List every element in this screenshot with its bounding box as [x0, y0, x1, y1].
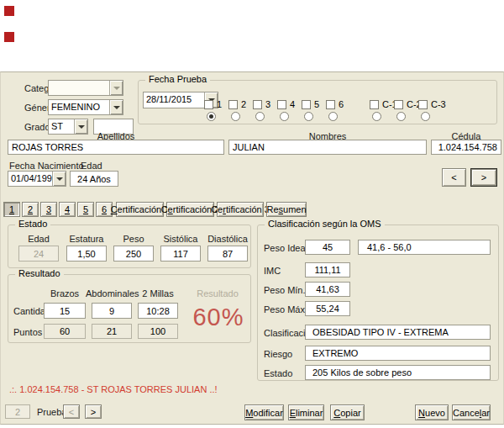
tab-5[interactable]: 5 [77, 202, 94, 217]
checkbox-1[interactable] [204, 100, 213, 109]
radio-c3[interactable] [421, 112, 430, 121]
fecha-nacimiento-label: Fecha Nacimiento [9, 161, 84, 171]
imc-label: IMC [264, 266, 281, 276]
peso-min-label: Peso Mín. [264, 285, 306, 295]
fecha-prueba-date-value: 28/11/2015 [144, 92, 204, 108]
apellidos-input[interactable]: ROJAS TORRES [8, 140, 224, 155]
edad-col-label: Edad [18, 234, 59, 244]
record-next-button[interactable]: > [470, 168, 497, 187]
resultado-col-label: Resultado [186, 288, 249, 299]
test-check-cell-6: 6 [326, 98, 360, 122]
cantidad-brazos-input[interactable]: 15 [44, 303, 86, 319]
radio-1[interactable] [207, 112, 216, 121]
sistolica-col-label: Sistólica [160, 234, 201, 244]
test-check-cell-c3: C-3 [418, 98, 452, 122]
genero-value: FEMENINO [49, 100, 109, 114]
puntos-millas-value: 100 [138, 324, 178, 339]
estado-oms-label: Estado [264, 368, 292, 378]
prueba-prev-button: < [63, 404, 80, 419]
eliminar-button[interactable]: Eliminar [288, 404, 324, 420]
edad-estado-input: 24 [18, 246, 59, 262]
checkbox-6[interactable] [326, 100, 335, 109]
checkbox-c1[interactable] [370, 100, 379, 109]
fecha-prueba-group-title: Fecha Prueba [145, 74, 210, 84]
peso-ideal-range-input[interactable]: 41,6 - 56,0 [358, 240, 491, 255]
radio-6[interactable] [328, 112, 338, 121]
chevron-down-icon [78, 125, 85, 129]
peso-col-label: Peso [113, 234, 154, 244]
cedula-input[interactable]: 1.024.154.758 [431, 140, 501, 155]
checkbox-5[interactable] [302, 100, 311, 109]
checkbox-3[interactable] [253, 100, 262, 109]
estado-oms-input[interactable]: 205 Kilos de sobre peso [305, 365, 491, 380]
fecha-nacimiento-value: 01/04/1991 [8, 172, 52, 186]
peso-ideal-label: Peso Ideal [264, 243, 307, 253]
resultado-group-title: Resultado [15, 268, 64, 278]
modificar-button[interactable]: Modificar [244, 404, 284, 420]
cancelar-button[interactable]: Cancelar [452, 404, 491, 420]
nombres-input[interactable]: JULIAN [228, 140, 427, 155]
estado-group: Estado Edad Estatura Peso Sistólica Dias… [8, 225, 251, 268]
radio-5[interactable] [304, 112, 313, 121]
genero-dropdown-button[interactable] [109, 100, 123, 114]
peso-max-label: Peso Máx. [264, 304, 307, 314]
tab-certificacion-3[interactable]: Certificación 3 [217, 202, 264, 217]
checkbox-1-label: 1 [217, 99, 222, 109]
checkbox-c3[interactable] [418, 100, 428, 109]
radio-2[interactable] [231, 112, 240, 121]
peso-min-input[interactable]: 41,63 [305, 282, 350, 297]
cantidad-millas-input[interactable]: 10:28 [138, 303, 178, 319]
checkbox-2[interactable] [228, 100, 238, 109]
tab-certificacion-2[interactable]: Certificación 2 [166, 202, 214, 217]
checkbox-4[interactable] [277, 100, 286, 109]
red-marker-square-top [4, 6, 14, 16]
imc-input[interactable]: 111,11 [305, 262, 350, 277]
radio-c2[interactable] [396, 112, 406, 121]
checkbox-3-label: 3 [265, 99, 270, 109]
riesgo-label: Riesgo [264, 349, 292, 359]
abdominales-col-label: Abdominales [86, 288, 138, 299]
puntos-row-label: Puntos [13, 327, 42, 337]
puntos-brazos-value: 60 [44, 324, 86, 339]
copiar-button[interactable]: Copiar [330, 404, 365, 420]
peso-max-input[interactable]: 55,24 [305, 301, 350, 316]
peso-ideal-input[interactable]: 45 [305, 240, 350, 255]
edad-input[interactable]: 24 Años [70, 171, 118, 187]
record-prev-button[interactable]: < [442, 168, 466, 187]
oms-group: Clasificación según la OMS Peso Ideal 45… [257, 225, 499, 381]
main-form: Categoría Género FEMENINO Grado ST Fecha… [0, 71, 504, 425]
clasificacion-input[interactable]: OBESIDAD TIPO IV - EXTREMA [305, 325, 491, 340]
diastolica-input[interactable]: 87 [207, 246, 248, 262]
tab-1[interactable]: 1 [3, 202, 20, 217]
estatura-input[interactable]: 1,50 [66, 246, 107, 262]
tab-certificacion-1[interactable]: Certificación 1 [116, 202, 164, 217]
categoria-dropdown-button[interactable] [109, 81, 123, 95]
categoria-combobox[interactable] [48, 80, 123, 96]
nuevo-button[interactable]: Nuevo [415, 404, 449, 420]
tab-3[interactable]: 3 [40, 202, 57, 217]
oms-group-title: Clasificación según la OMS [265, 219, 385, 229]
peso-input[interactable]: 250 [113, 246, 154, 262]
fecha-nacimiento-combobox[interactable]: 01/04/1991 [8, 171, 66, 187]
radio-4[interactable] [280, 112, 289, 121]
riesgo-input[interactable]: EXTREMO [305, 346, 491, 361]
radio-3[interactable] [255, 112, 265, 121]
prueba-next-button[interactable]: > [85, 404, 102, 419]
checkbox-c3-label: C-3 [431, 99, 446, 109]
fecha-prueba-group: Fecha Prueba 28/11/2015 1 2 3 [138, 80, 497, 124]
sistolica-input[interactable]: 117 [160, 246, 201, 262]
red-marker-square-bottom [4, 32, 14, 42]
checkbox-c2[interactable] [394, 100, 403, 109]
cantidad-abdominales-input[interactable]: 9 [92, 303, 132, 319]
tab-2[interactable]: 2 [22, 202, 39, 217]
fecha-nacimiento-dropdown-button[interactable] [52, 172, 66, 186]
genero-combobox[interactable]: FEMENINO [48, 99, 123, 115]
app-window: Categoría Género FEMENINO Grado ST Fecha… [0, 0, 504, 428]
resultado-group: Resultado Brazos Abdominales 2 Millas Re… [8, 274, 251, 343]
estatura-col-label: Estatura [66, 234, 107, 244]
checkbox-4-label: 4 [290, 99, 295, 109]
radio-c1[interactable] [372, 112, 381, 121]
resultado-percentage: 60% [188, 304, 249, 331]
tab-4[interactable]: 4 [59, 202, 76, 217]
tab-resumen[interactable]: Resumen [266, 202, 307, 217]
